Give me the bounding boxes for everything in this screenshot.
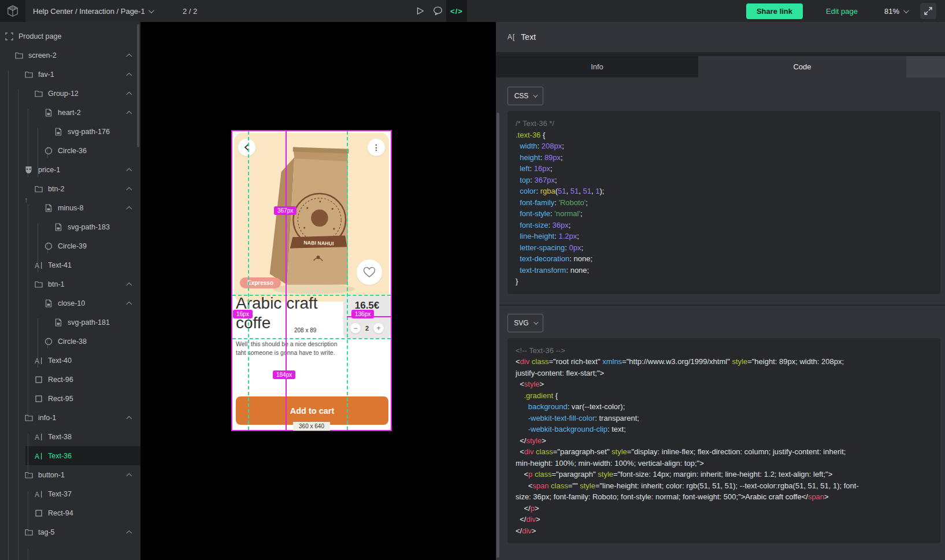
app-window: Help Center / Interaction / Page-1 2 / 2…: [0, 0, 945, 560]
svg-text:A: A: [35, 433, 39, 441]
layer-label: Rect-96: [48, 376, 73, 384]
svg-text:A: A: [35, 490, 39, 498]
code-line: letter-spacing: 0px;: [516, 242, 932, 254]
layer-label: btn-2: [48, 185, 65, 193]
collapse-chevron-icon[interactable]: [126, 416, 132, 422]
collapse-chevron-icon[interactable]: [126, 92, 132, 98]
add-to-cart-button[interactable]: Add to cart: [236, 396, 388, 425]
layer-row-minus-8[interactable]: minus-8: [0, 198, 140, 217]
layer-row-svg-path-181[interactable]: svg-path-181: [0, 313, 140, 332]
collapse-chevron-icon[interactable]: [126, 473, 132, 479]
layer-row-text-37[interactable]: AText-37: [0, 484, 140, 503]
layer-label: Circle-39: [58, 242, 87, 250]
layer-row-screen-2[interactable]: screen-2: [0, 46, 140, 65]
favorite-button[interactable]: [357, 259, 382, 285]
guide-vertical-right: [347, 131, 348, 430]
layer-label: close-10: [58, 299, 85, 307]
tab-info[interactable]: Info: [496, 56, 698, 77]
layer-row-text-41[interactable]: AText-41: [0, 255, 140, 275]
sidebar-scrollbar[interactable]: [137, 24, 139, 147]
css-language-select[interactable]: CSS: [507, 87, 543, 105]
panel-scrollbar[interactable]: [496, 113, 499, 558]
inspector-panel: A[ Text Info Code CSS /* Text-36 */.text…: [496, 22, 945, 560]
logo-icon: [6, 5, 19, 17]
zoom-control[interactable]: 81%: [884, 7, 907, 16]
layer-label: Text-41: [48, 261, 72, 269]
app-logo[interactable]: [0, 0, 25, 22]
topbar: Help Center / Interaction / Page-1 2 / 2…: [0, 0, 945, 22]
layer-row-tag-5[interactable]: tag-5: [0, 522, 140, 542]
layer-row-rect-94[interactable]: Rect-94: [0, 503, 140, 522]
collapse-chevron-icon[interactable]: [126, 73, 132, 79]
fullscreen-button[interactable]: [920, 3, 936, 19]
code-line: </style>: [516, 435, 932, 447]
layer-row-text-40[interactable]: AText-40: [0, 351, 140, 370]
layer-row-text-36[interactable]: AText-36: [0, 446, 140, 465]
measurement-label-bottom: 184px: [273, 370, 295, 379]
more-menu-button[interactable]: ⋮: [368, 139, 385, 156]
collapse-chevron-icon[interactable]: [126, 531, 132, 536]
collapse-chevron-icon[interactable]: [126, 54, 132, 60]
code-line: .gradient {: [516, 390, 932, 402]
layer-row-rect-95[interactable]: Rect-95: [0, 389, 140, 408]
layer-row-svg-path-183[interactable]: svg-path-183: [0, 217, 140, 236]
layer-row-price-1[interactable]: price-1: [0, 160, 140, 179]
layer-row-info-1[interactable]: info-1: [0, 408, 140, 427]
svg-file-icon: [54, 127, 62, 136]
layer-row-svg-path-176[interactable]: svg-path-176: [0, 122, 140, 141]
share-link-button[interactable]: Share link: [746, 3, 803, 19]
layer-row-group-12[interactable]: Group-12: [0, 84, 140, 103]
layer-row-fav-1[interactable]: fav-1: [0, 65, 140, 84]
layer-row-rect-96[interactable]: Rect-96: [0, 370, 140, 389]
increment-button[interactable]: +: [373, 323, 384, 333]
folder-icon: [24, 413, 33, 422]
html-code-block[interactable]: <!-- Text-36 --><div class="root rich-te…: [507, 338, 940, 544]
edit-page-link[interactable]: Edit page: [826, 7, 858, 16]
layer-row-btn-2[interactable]: btn-2: [0, 179, 140, 198]
layer-row-circle-39[interactable]: Circle-39: [0, 236, 140, 255]
svg-text:A: A: [35, 357, 39, 365]
css-code-block[interactable]: /* Text-36 */.text-36 { width: 208px; he…: [507, 111, 940, 294]
design-frame-product-page[interactable]: NABI NAHUI ⋮ Expresso Arabic craft coffe: [231, 130, 392, 431]
layer-row-btn-1[interactable]: btn-1: [0, 275, 140, 294]
text-size-label: 208 x 89: [291, 327, 319, 334]
svg-language-select[interactable]: SVG: [507, 314, 543, 332]
collapse-chevron-icon[interactable]: [126, 168, 132, 174]
zoom-level: 81%: [884, 7, 899, 16]
back-button[interactable]: [238, 139, 255, 156]
tabbar-filler: [906, 56, 945, 77]
layer-label: Circle-38: [58, 338, 87, 346]
code-view-button[interactable]: </>: [446, 0, 467, 22]
collapse-chevron-icon[interactable]: [126, 206, 132, 212]
section-divider: [496, 305, 945, 306]
decrement-button[interactable]: −: [350, 323, 361, 333]
collapse-chevron-icon[interactable]: [126, 111, 132, 117]
quantity-value: 2: [365, 325, 369, 332]
layer-row-text-38[interactable]: AText-38: [0, 427, 140, 446]
text-icon: A: [34, 261, 43, 269]
layer-label: Text-37: [48, 490, 72, 498]
layer-row-heart-2[interactable]: heart-2: [0, 103, 140, 122]
collapse-chevron-icon[interactable]: [126, 187, 132, 193]
layer-row-circle-38[interactable]: Circle-38: [0, 332, 140, 351]
collapse-chevron-icon[interactable]: [126, 302, 132, 307]
selection-line-vertical: [286, 131, 287, 430]
tab-code[interactable]: Code: [698, 56, 906, 77]
inspector-tabs: Info Code: [496, 56, 945, 77]
layer-label: Text-40: [48, 357, 72, 365]
layer-row-product-page[interactable]: Product page: [0, 27, 140, 46]
collapse-chevron-icon[interactable]: [126, 283, 132, 288]
play-button[interactable]: [412, 0, 429, 22]
code-line: </p>: [516, 503, 932, 514]
layer-row-button-1[interactable]: button-1: [0, 465, 140, 484]
layer-row-close-10[interactable]: close-10: [0, 294, 140, 313]
comments-button[interactable]: [429, 0, 446, 22]
canvas[interactable]: NABI NAHUI ⋮ Expresso Arabic craft coffe: [140, 22, 496, 560]
folder-icon: [24, 470, 33, 479]
quantity-stepper: − 2 +: [350, 323, 384, 333]
breadcrumb[interactable]: Help Center / Interaction / Page-1: [33, 0, 153, 22]
chevron-down-icon: [903, 8, 909, 13]
layer-row-circle-36[interactable]: Circle-36: [0, 141, 140, 160]
layer-label: svg-path-176: [68, 128, 110, 136]
frame-icon: [5, 32, 13, 40]
